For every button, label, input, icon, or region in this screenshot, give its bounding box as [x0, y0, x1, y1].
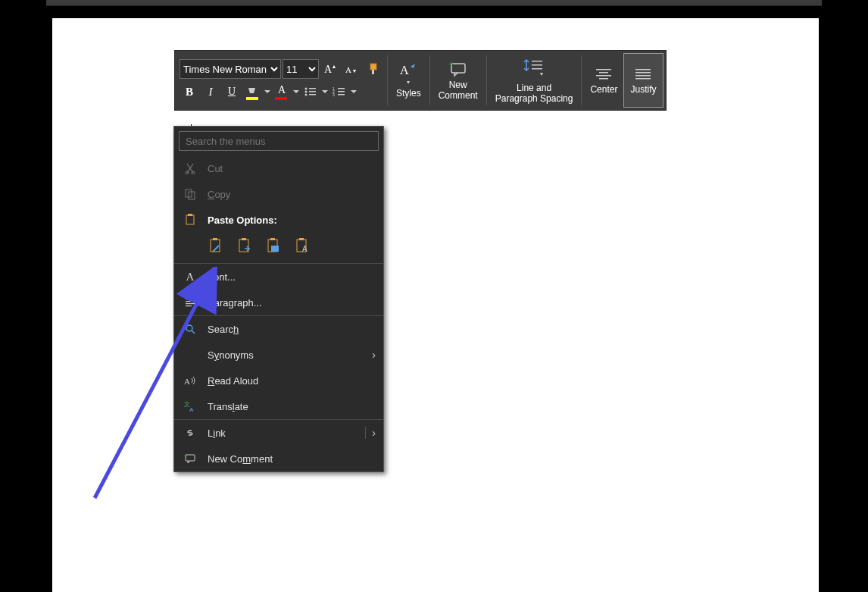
window-top-bar	[46, 0, 822, 6]
svg-rect-4	[370, 64, 376, 70]
svg-text:+: +	[184, 453, 188, 459]
svg-rect-40	[239, 240, 248, 252]
svg-point-52	[186, 325, 192, 331]
paste-keep-source-button[interactable]	[208, 237, 226, 255]
svg-text:A: A	[189, 406, 194, 412]
numbering-dropdown[interactable]	[351, 82, 357, 102]
center-label: Center	[590, 84, 617, 95]
font-color-dropdown[interactable]	[293, 82, 299, 102]
menu-read-aloud[interactable]: A Read Aloud	[174, 368, 383, 393]
svg-text:+: +	[449, 61, 454, 68]
bullets-dropdown[interactable]	[322, 82, 328, 102]
link-icon	[183, 426, 197, 440]
svg-point-10	[305, 94, 308, 96]
menu-cut: Cut	[174, 155, 383, 181]
styles-label: Styles	[396, 88, 421, 99]
menu-search-input[interactable]	[179, 131, 379, 151]
menu-search-label: Search	[208, 324, 239, 335]
numbering-button[interactable]: 1 2 3	[329, 82, 349, 102]
chevron-right-icon: ›	[372, 349, 376, 361]
svg-rect-37	[188, 214, 192, 216]
center-icon	[595, 67, 613, 82]
menu-link[interactable]: Link ›	[174, 420, 383, 446]
menu-translate-label: Translate	[208, 401, 248, 412]
svg-text:A: A	[345, 65, 351, 74]
svg-text:A: A	[324, 64, 333, 75]
font-icon: A	[183, 270, 197, 283]
paste-options-label: Paste Options:	[208, 215, 277, 226]
svg-rect-13	[338, 88, 345, 89]
paste-text-only-button[interactable]: A	[294, 237, 312, 255]
menu-synonyms-label: Synonyms	[208, 349, 254, 361]
new-comment-label: New Comment	[439, 80, 478, 101]
svg-rect-39	[213, 238, 217, 240]
svg-rect-48	[186, 299, 195, 299]
svg-rect-51	[186, 305, 192, 306]
svg-text:A: A	[302, 245, 308, 253]
italic-button[interactable]: I	[201, 82, 220, 102]
translate-icon: 文A	[183, 399, 197, 413]
svg-rect-25	[599, 72, 608, 74]
highlight-dropdown[interactable]	[264, 82, 270, 102]
svg-point-6	[305, 88, 308, 90]
bold-button[interactable]: B	[180, 82, 199, 102]
menu-copy-label: Copy	[208, 189, 230, 200]
paste-picture-button[interactable]	[265, 237, 283, 255]
svg-rect-26	[596, 75, 611, 77]
synonyms-icon	[183, 348, 197, 362]
paste-icon	[183, 213, 197, 227]
copy-icon	[183, 187, 197, 201]
new-comment-button[interactable]: + New Comment	[432, 53, 484, 108]
svg-rect-23	[532, 68, 542, 70]
menu-translate[interactable]: 文A Translate	[174, 393, 383, 419]
svg-rect-29	[635, 72, 651, 74]
format-painter-button[interactable]	[363, 59, 382, 79]
new-comment-icon: +	[183, 452, 197, 465]
menu-font-label: Font...	[208, 271, 236, 283]
svg-rect-43	[270, 238, 275, 240]
font-size-select[interactable]: 11	[283, 59, 319, 79]
center-button[interactable]: Center	[584, 53, 623, 108]
svg-rect-36	[186, 215, 194, 224]
shrink-font-button[interactable]: A▾	[342, 59, 361, 79]
font-name-select[interactable]: Times New Roman	[180, 59, 281, 79]
svg-rect-44	[271, 246, 279, 252]
menu-search[interactable]: Search	[174, 316, 383, 342]
styles-icon: A	[398, 62, 418, 79]
line-spacing-button[interactable]: ▾ Line and Paragraph Spacing	[489, 53, 579, 108]
bullets-button[interactable]	[301, 82, 320, 102]
svg-point-8	[305, 91, 308, 93]
svg-rect-28	[635, 69, 651, 70]
menu-paste-options-header: Paste Options:	[174, 207, 383, 233]
menu-cut-label: Cut	[208, 163, 223, 174]
menu-font[interactable]: A Font...	[174, 264, 383, 290]
svg-text:3: 3	[333, 92, 335, 97]
svg-rect-46	[299, 238, 304, 240]
search-icon	[183, 322, 197, 336]
menu-read-aloud-label: Read Aloud	[208, 375, 258, 387]
svg-rect-15	[338, 91, 345, 92]
menu-new-comment[interactable]: + New Comment	[174, 446, 383, 471]
paste-merge-button[interactable]	[236, 237, 254, 255]
paragraph-icon	[183, 296, 197, 309]
context-menu: Cut Copy Paste Options: A A Font...	[173, 126, 384, 472]
styles-button[interactable]: A ▾ Styles	[390, 53, 427, 108]
grow-font-button[interactable]: A▴	[320, 59, 340, 79]
font-color-button[interactable]: A	[272, 82, 292, 102]
justify-icon	[634, 67, 652, 82]
menu-copy: Copy	[174, 181, 383, 207]
justify-button[interactable]: Justify	[623, 53, 663, 108]
svg-rect-11	[309, 94, 316, 96]
menu-new-comment-label: New Comment	[208, 453, 273, 465]
menu-link-label: Link	[208, 428, 226, 439]
svg-rect-50	[186, 303, 195, 304]
menu-paragraph[interactable]: Paragraph...	[174, 290, 383, 315]
svg-text:A: A	[184, 377, 190, 386]
mini-toolbar: Times New Roman 11 A▴ A▾ B I U	[174, 50, 667, 111]
menu-synonyms[interactable]: Synonyms ›	[174, 342, 383, 368]
underline-button[interactable]: U	[222, 82, 242, 102]
svg-rect-30	[635, 75, 651, 77]
new-comment-icon: +	[448, 61, 468, 77]
svg-rect-22	[532, 64, 542, 66]
highlight-button[interactable]	[243, 82, 263, 102]
